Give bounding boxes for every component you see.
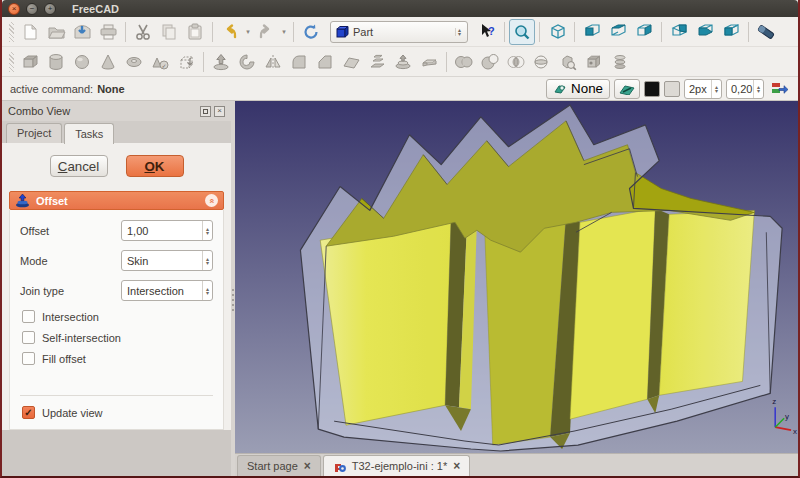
part-sphere-button[interactable] xyxy=(69,49,95,75)
join-type-combobox[interactable]: Intersection ▴▾ xyxy=(121,280,213,301)
toolbar-grip[interactable] xyxy=(9,52,14,72)
autogroup-button[interactable] xyxy=(768,78,790,100)
cut-button[interactable] xyxy=(130,19,156,45)
task-title: Offset xyxy=(36,195,68,207)
measure-button[interactable] xyxy=(753,19,779,45)
part-torus-button[interactable] xyxy=(121,49,147,75)
part-mirror-button[interactable] xyxy=(260,49,286,75)
3d-viewport[interactable]: z y x xyxy=(235,101,798,453)
collapse-task-button[interactable]: « xyxy=(205,194,218,207)
paste-button[interactable] xyxy=(182,19,208,45)
intersection-checkbox-row[interactable]: Intersection xyxy=(22,310,213,323)
redo-dropdown-caret[interactable]: ▾ xyxy=(279,19,289,45)
spinner-arrows[interactable]: ▴▾ xyxy=(202,221,212,240)
boolean-union-button[interactable] xyxy=(451,49,477,75)
print-button[interactable] xyxy=(95,19,121,45)
part-chamfer-button[interactable] xyxy=(312,49,338,75)
cancel-button[interactable]: Cancel xyxy=(50,155,108,177)
top-view-button[interactable] xyxy=(605,19,631,45)
offset-value-spinbox[interactable]: 1,00 ▴▾ xyxy=(121,220,213,241)
tab-document[interactable]: T32-ejemplo-ini : 1* × xyxy=(323,455,470,476)
offset-task-header[interactable]: Offset « xyxy=(9,191,224,210)
update-view-checkbox[interactable]: ✓ xyxy=(22,406,35,419)
spinner-arrows[interactable]: ▴▾ xyxy=(753,80,763,98)
part-box-button[interactable] xyxy=(17,49,43,75)
join-type-value: Intersection xyxy=(127,285,202,297)
window-minimize-button[interactable]: − xyxy=(26,3,38,15)
combo-arrows[interactable]: ▴▾ xyxy=(202,281,212,300)
copy-button[interactable] xyxy=(156,19,182,45)
part-cylinder-button[interactable] xyxy=(43,49,69,75)
right-view-button[interactable] xyxy=(631,19,657,45)
line-width-spinbox[interactable]: 2px ▴▾ xyxy=(684,79,722,99)
part-shapebuilder-button[interactable] xyxy=(173,49,199,75)
line-color-swatch[interactable] xyxy=(644,81,660,97)
part-revolve-button[interactable] xyxy=(234,49,260,75)
active-command-value: None xyxy=(97,83,125,95)
toolbar-separator xyxy=(504,22,505,42)
undo-button[interactable] xyxy=(217,19,243,45)
fill-offset-checkbox[interactable] xyxy=(22,352,35,365)
bottom-view-icon xyxy=(696,22,715,41)
part-ruled-surface-button[interactable] xyxy=(338,49,364,75)
part-fillet-button[interactable] xyxy=(286,49,312,75)
cross-sections-icon xyxy=(611,53,629,71)
fill-offset-checkbox-row[interactable]: Fill offset xyxy=(22,352,213,365)
tab-close-icon[interactable]: × xyxy=(453,460,460,472)
combo-arrows[interactable]: ▴▾ xyxy=(202,251,212,270)
working-plane-button[interactable]: None xyxy=(546,79,610,99)
boolean-cut-button[interactable] xyxy=(477,49,503,75)
new-document-button[interactable] xyxy=(17,19,43,45)
text-size-spinbox[interactable]: 0,20 ▴▾ xyxy=(726,79,764,99)
freecad-document-icon xyxy=(333,460,346,473)
spinner-arrows[interactable]: ▴▾ xyxy=(711,80,721,98)
undo-dropdown-caret[interactable]: ▾ xyxy=(243,19,253,45)
part-offset-button[interactable] xyxy=(390,49,416,75)
set-style-button[interactable] xyxy=(614,79,640,99)
self-intersection-checkbox[interactable] xyxy=(22,331,35,344)
front-view-button[interactable] xyxy=(579,19,605,45)
compound-button[interactable] xyxy=(581,49,607,75)
autogroup-icon xyxy=(771,81,788,96)
whats-this-button[interactable]: ? xyxy=(474,19,500,45)
tab-close-icon[interactable]: × xyxy=(304,460,311,472)
part-extrude-button[interactable] xyxy=(208,49,234,75)
left-view-button[interactable] xyxy=(718,19,744,45)
ok-button[interactable]: OK xyxy=(126,155,184,177)
part-loft-button[interactable] xyxy=(364,49,390,75)
window-title: FreeCAD xyxy=(72,3,119,15)
refresh-button[interactable] xyxy=(298,19,324,45)
fit-all-button[interactable] xyxy=(509,19,535,45)
tab-project[interactable]: Project xyxy=(6,123,62,143)
part-cone-button[interactable] xyxy=(95,49,121,75)
face-color-swatch[interactable] xyxy=(664,81,680,97)
thickness-icon xyxy=(420,53,439,71)
tab-start-page[interactable]: Start page × xyxy=(237,455,321,476)
dock-close-button[interactable]: × xyxy=(214,106,225,117)
check-geometry-button[interactable] xyxy=(555,49,581,75)
part-primitives-button[interactable]: ✓ xyxy=(147,49,173,75)
toolbar-separator xyxy=(748,22,749,42)
mode-combobox[interactable]: Skin ▴▾ xyxy=(121,250,213,271)
section-button[interactable] xyxy=(529,49,555,75)
splitter-grip xyxy=(232,289,234,311)
top-view-icon xyxy=(609,22,628,41)
boolean-common-button[interactable] xyxy=(503,49,529,75)
tab-tasks[interactable]: Tasks xyxy=(64,123,114,144)
window-close-button[interactable]: × xyxy=(8,3,20,15)
workbench-selector[interactable]: Part ▴▾ xyxy=(330,21,468,43)
intersection-checkbox[interactable] xyxy=(22,310,35,323)
toolbar-grip[interactable] xyxy=(9,22,14,42)
axonometric-view-button[interactable] xyxy=(544,19,570,45)
rear-view-button[interactable] xyxy=(666,19,692,45)
bottom-view-button[interactable] xyxy=(692,19,718,45)
open-document-button[interactable] xyxy=(43,19,69,45)
redo-button[interactable] xyxy=(253,19,279,45)
dock-float-button[interactable] xyxy=(200,106,211,117)
window-maximize-button[interactable]: + xyxy=(44,3,56,15)
part-thickness-button[interactable] xyxy=(416,49,442,75)
cross-sections-button[interactable] xyxy=(607,49,633,75)
update-view-checkbox-row[interactable]: ✓ Update view xyxy=(22,406,213,419)
self-intersection-checkbox-row[interactable]: Self-intersection xyxy=(22,331,213,344)
save-button[interactable] xyxy=(69,19,95,45)
